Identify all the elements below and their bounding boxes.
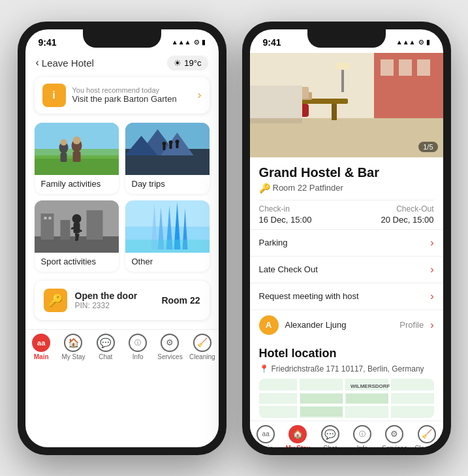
nav-item-main[interactable]: aa Main — [25, 334, 57, 360]
family-label: Family activities — [35, 175, 119, 194]
svg-rect-15 — [163, 145, 165, 150]
pin-icon: 📍 — [259, 364, 269, 373]
hotel-details: Grand Hostel & Bar 🔑 Room 22 Patfinder C… — [250, 157, 443, 229]
nav-item-mystay[interactable]: 🏠 My Stay — [57, 334, 89, 360]
rec-title: You host recommend today — [72, 86, 191, 94]
notch — [83, 29, 161, 48]
wifi-icon-right: ⊙ — [418, 39, 424, 46]
svg-rect-22 — [40, 214, 54, 240]
cleaning-nav-icon: 🧹 — [193, 334, 211, 352]
activity-card-family[interactable]: Family activities — [35, 123, 119, 194]
svg-rect-57 — [250, 118, 302, 123]
svg-rect-56 — [250, 86, 302, 121]
svg-point-59 — [335, 62, 351, 70]
meeting-label: Request meeting with host — [259, 291, 359, 301]
svg-rect-48 — [417, 59, 430, 76]
door-pin: PIN: 2332 — [75, 301, 154, 310]
svg-rect-40 — [125, 240, 210, 253]
nav-item-services[interactable]: ⚙ Services — [154, 334, 186, 360]
menu-item-parking[interactable]: Parking › — [250, 229, 443, 256]
info-nav-label-right: Info — [357, 445, 368, 447]
parking-label: Parking — [259, 238, 288, 247]
daytrips-image — [125, 123, 210, 175]
svg-rect-4 — [60, 153, 67, 162]
svg-rect-24 — [48, 217, 51, 219]
chat-nav-label-right: Chat — [323, 445, 337, 447]
svg-rect-25 — [60, 220, 70, 240]
door-info: Open the door PIN: 2332 — [75, 291, 154, 310]
signal-icon: ▲▲▲ — [172, 39, 191, 46]
key-icon: 🔑 — [259, 183, 270, 193]
checkin-val: 16 Dec, 15:00 — [259, 215, 312, 225]
temp-label: 19°c — [184, 58, 201, 68]
daytrips-label: Day trips — [125, 175, 210, 194]
right-phone: 9:41 ▲▲▲ ⊙ ▮ — [242, 22, 451, 455]
nav-item-right-main[interactable]: aa Main — [250, 425, 282, 447]
scene: 9:41 ▲▲▲ ⊙ ▮ ‹ Leave Hotel ☀ 19°c — [18, 22, 451, 455]
nav-item-right-mystay[interactable]: 🏠 My Stay — [282, 425, 314, 447]
door-card[interactable]: 🔑 Open the door PIN: 2332 Room 22 — [35, 281, 210, 320]
clearing-nav-label-right: Clearing — [414, 445, 439, 447]
room-text: Room 22 Patfinder — [273, 183, 343, 193]
image-counter: 1/5 — [418, 142, 437, 152]
notch-right — [307, 29, 386, 48]
location-title: Hotel location — [259, 347, 434, 360]
checkin-label: Check-in — [259, 204, 312, 214]
activity-card-daytrips[interactable]: Day trips — [125, 123, 210, 194]
bottom-nav-right: aa Main 🏠 My Stay 💬 Chat ⓘ Info ⚙ Se — [250, 420, 443, 447]
back-button[interactable]: ‹ Leave Hotel — [36, 57, 94, 69]
menu-item-checkout[interactable]: Late Check Out › — [250, 256, 443, 283]
host-name: Alexander Ljung — [285, 320, 394, 330]
svg-rect-68 — [300, 407, 343, 417]
svg-point-7 — [60, 139, 67, 146]
activity-grid: Family activities — [25, 123, 219, 272]
status-icons-left: ▲▲▲ ⊙ ▮ — [172, 39, 206, 46]
battery-icon: ▮ — [202, 39, 206, 46]
status-icons-right: ▲▲▲ ⊙ ▮ — [396, 39, 430, 46]
rec-icon: i — [42, 84, 66, 107]
door-title: Open the door — [75, 291, 154, 301]
family-image — [35, 123, 119, 175]
door-room: Room 22 — [161, 295, 200, 306]
left-phone: 9:41 ▲▲▲ ⊙ ▮ ‹ Leave Hotel ☀ 19°c — [18, 22, 226, 455]
main-nav-icon-right: aa — [257, 425, 275, 443]
info-nav-label: Info — [133, 353, 144, 360]
rec-text: You host recommend today Visit the park … — [72, 86, 191, 104]
map-preview[interactable]: WILMERSDORF — [259, 379, 434, 418]
nav-item-right-info[interactable]: ⓘ Info — [346, 425, 378, 447]
activity-card-sport[interactable]: Sport activities — [35, 200, 119, 272]
menu-item-meeting[interactable]: Request meeting with host › — [250, 283, 443, 309]
activity-card-other[interactable]: Other — [125, 200, 210, 272]
services-nav-label-right: Services — [382, 445, 407, 447]
nav-item-info[interactable]: ⓘ Info — [121, 334, 153, 360]
battery-icon-right: ▮ — [426, 39, 430, 46]
nav-item-chat[interactable]: 💬 Chat — [89, 334, 121, 360]
checkout-label: Check-Out — [381, 204, 434, 214]
hotel-image-container: 1/5 — [250, 53, 443, 157]
checkout-val: 20 Dec, 15:00 — [381, 215, 434, 225]
nav-item-right-services[interactable]: ⚙ Services — [379, 425, 411, 447]
services-nav-icon: ⚙ — [161, 334, 179, 352]
chat-nav-label: Chat — [99, 353, 112, 360]
cleaning-nav-label: Cleaning — [189, 353, 215, 360]
hotel-location: Hotel location 📍 Friedrichstraße 171 101… — [250, 340, 443, 420]
nav-item-right-chat[interactable]: 💬 Chat — [314, 425, 346, 447]
recommend-card[interactable]: i You host recommend today Visit the par… — [35, 77, 210, 114]
hotel-room-image: 1/5 — [250, 53, 443, 157]
svg-rect-47 — [399, 59, 412, 76]
svg-rect-67 — [346, 394, 388, 404]
svg-rect-46 — [381, 59, 394, 76]
hotel-name: Grand Hostel & Bar — [259, 165, 434, 180]
mystay-nav-icon-right: 🏠 — [289, 425, 307, 443]
main-nav-icon: aa — [32, 334, 50, 352]
nav-item-right-clearing[interactable]: 🧹 Clearing — [411, 425, 443, 447]
main-nav-label-right: Main — [258, 445, 273, 447]
svg-text:WILMERSDORF: WILMERSDORF — [351, 383, 390, 389]
svg-rect-23 — [44, 217, 46, 219]
profile-link[interactable]: Profile — [399, 320, 424, 330]
signal-icon-right: ▲▲▲ — [396, 39, 416, 46]
host-avatar: A — [259, 315, 279, 335]
svg-rect-17 — [169, 144, 172, 149]
nav-item-cleaning[interactable]: 🧹 Cleaning — [186, 334, 218, 360]
main-nav-label: Main — [34, 353, 49, 360]
